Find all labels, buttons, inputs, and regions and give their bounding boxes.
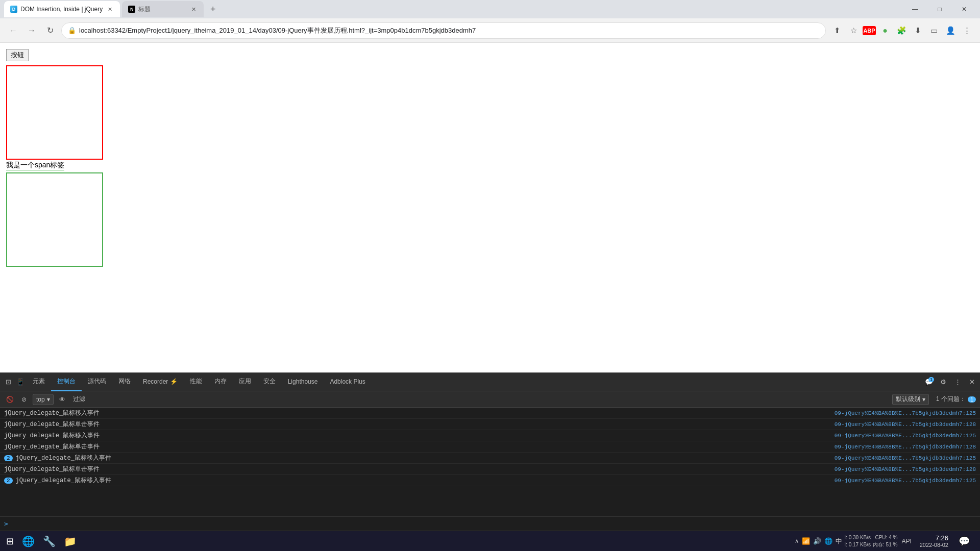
toolbar-icons: ⬆ ☆ ABP ● 🧩 ⬇ ▭ 👤 ⋮: [830, 23, 974, 38]
sidebar-icon[interactable]: ▭: [927, 23, 941, 38]
sys-icons: ∧ 📶 🔊 🌐 中: [795, 537, 842, 546]
tab-label-dom: DOM Insertion, Inside | jQuery: [20, 6, 103, 13]
start-icon: ⊞: [6, 536, 14, 547]
log-source[interactable]: 09-jQuery%E4%BA%8B%E...7b5gkjdb3dedmh7:1…: [835, 455, 976, 461]
devtools-tab-application[interactable]: 应用: [233, 373, 257, 391]
sys-stats: I: 0.30 KB/s I: 0.17 KB/s: [844, 534, 871, 548]
console-context-select[interactable]: top ▾: [33, 394, 54, 405]
log-entry: jQuery_delegate_鼠标移入事件09-jQuery%E4%BA%8B…: [0, 430, 980, 441]
taskbar: ⊞ 🌐 🔧 📁 ∧ 📶 🔊 🌐 中 I: 0.30 KB/s I: 0.17 K…: [0, 531, 980, 551]
log-text: jQuery_delegate_鼠标单击事件: [4, 442, 830, 451]
console-input-row: >: [0, 516, 980, 531]
adblock-icon[interactable]: ABP: [863, 26, 876, 35]
console-top-chevron: ▾: [47, 396, 50, 403]
address-bar: ← → ↻ 🔒 localhost:63342/EmptyProject1/jq…: [0, 18, 980, 43]
cpu-stat: CPU: 4 %: [875, 534, 897, 541]
log-entry: 2jQuery_delegate_鼠标移入事件09-jQuery%E4%BA%8…: [0, 453, 980, 464]
console-eye-icon[interactable]: 👁: [57, 394, 68, 405]
devtools-panel: ⊡ 📱 元素 控制台 源代码 网络 Recorder ⚡ 性能 内存: [0, 372, 980, 531]
tab-close-title[interactable]: ✕: [189, 5, 198, 13]
devtools-tab-performance[interactable]: 性能: [184, 373, 208, 391]
bookmark-icon[interactable]: ☆: [846, 23, 861, 38]
expand-icon[interactable]: ∧: [795, 538, 799, 544]
devtools-tab-elements[interactable]: 元素: [27, 373, 51, 391]
menu-icon[interactable]: ⋮: [960, 23, 974, 38]
forward-button[interactable]: →: [24, 23, 39, 38]
issues-count: 1: [968, 396, 976, 403]
devtools-tab-sources[interactable]: 源代码: [82, 373, 112, 391]
url-bar[interactable]: 🔒 localhost:63342/EmptyProject1/jquery_i…: [61, 22, 826, 39]
taskbar-files[interactable]: 📁: [60, 532, 81, 550]
chrome-icon: 🌐: [22, 535, 35, 547]
devtools-tab-lighthouse[interactable]: Lighthouse: [282, 373, 324, 391]
new-tab-button[interactable]: +: [206, 2, 220, 16]
log-source[interactable]: 09-jQuery%E4%BA%8B%E...7b5gkjdb3dedmh7:1…: [835, 421, 976, 428]
console-logs: jQuery_delegate_鼠标移入事件09-jQuery%E4%BA%8B…: [0, 408, 980, 516]
tab-favicon-dom: D: [10, 6, 17, 13]
devtools-tab-bar: ⊡ 📱 元素 控制台 源代码 网络 Recorder ⚡ 性能 内存: [0, 373, 980, 391]
devtools-tab-network[interactable]: 网络: [112, 373, 137, 391]
tab-title[interactable]: N 标题 ✕: [122, 1, 204, 17]
network-speed2: I: 0.17 KB/s: [844, 541, 871, 548]
console-block-icon[interactable]: ⊘: [18, 394, 30, 405]
console-clear-icon[interactable]: 🚫: [4, 394, 15, 405]
log-entry: jQuery_delegate_鼠标单击事件09-jQuery%E4%BA%8B…: [0, 464, 980, 475]
profile-icon[interactable]: 👤: [943, 23, 958, 38]
console-level-select[interactable]: 默认级别 ▾: [892, 394, 929, 405]
jetbrains-icon: 🔧: [43, 535, 56, 547]
devtools-tab-security[interactable]: 安全: [257, 373, 282, 391]
back-button[interactable]: ←: [6, 23, 20, 38]
wifi-icon: 🌐: [824, 537, 832, 545]
taskbar-time-date[interactable]: 7:26 2022-08-02: [916, 534, 952, 548]
issues-badge: 1 个问题： 1: [936, 395, 976, 404]
log-entry: jQuery_delegate_鼠标移入事件09-jQuery%E4%BA%8B…: [0, 408, 980, 419]
extension-icon-green[interactable]: ●: [878, 23, 892, 38]
tab-label-title: 标题: [138, 5, 186, 14]
network-icon: 📶: [802, 537, 810, 545]
tab-close-dom[interactable]: ✕: [106, 5, 114, 13]
log-text: jQuery_delegate_鼠标移入事件: [4, 409, 830, 417]
puzzle-icon[interactable]: 🧩: [894, 23, 909, 38]
download-icon[interactable]: ⬇: [911, 23, 925, 38]
taskbar-right: ∧ 📶 🔊 🌐 中 I: 0.30 KB/s I: 0.17 KB/s CPU:…: [795, 532, 978, 550]
taskbar-jetbrains[interactable]: 🔧: [39, 532, 60, 550]
start-button[interactable]: ⊞: [2, 532, 18, 550]
files-icon: 📁: [64, 535, 77, 547]
network-speed: I: 0.30 KB/s: [844, 534, 871, 541]
devtools-settings-icon[interactable]: ⚙: [937, 376, 949, 388]
log-source[interactable]: 09-jQuery%E4%BA%8B%E...7b5gkjdb3dedmh7:1…: [835, 466, 976, 472]
console-filter-label[interactable]: 过滤: [71, 395, 87, 404]
log-text: jQuery_delegate_鼠标移入事件: [4, 431, 830, 440]
volume-icon: 🔊: [813, 537, 821, 545]
page-button[interactable]: 按钮: [6, 49, 29, 61]
green-box: [6, 172, 103, 267]
console-input[interactable]: [11, 520, 976, 528]
devtools-tab-console[interactable]: 控制台: [51, 373, 82, 391]
devtools-device-icon[interactable]: 📱: [14, 376, 27, 388]
console-top-label: top: [36, 396, 45, 403]
close-button[interactable]: ✕: [952, 0, 976, 18]
devtools-tab-adblock[interactable]: Adblock Plus: [324, 373, 371, 391]
share-icon[interactable]: ⬆: [830, 23, 844, 38]
tab-dom-insertion[interactable]: D DOM Insertion, Inside | jQuery ✕: [4, 1, 120, 17]
log-text: jQuery_delegate_鼠标移入事件: [16, 476, 830, 485]
devtools-more-icon[interactable]: ⋮: [951, 376, 964, 388]
log-badge: 2: [4, 478, 13, 484]
devtools-tab-recorder[interactable]: Recorder ⚡: [137, 373, 184, 391]
devtools-close-icon[interactable]: ✕: [966, 376, 978, 388]
devtools-messages-icon[interactable]: 💬 1: [923, 376, 935, 388]
notification-icon[interactable]: 💬: [954, 532, 974, 550]
maximize-button[interactable]: □: [928, 0, 951, 18]
sys-cpu-ram: CPU: 4 % 内存: 51 %: [873, 534, 897, 548]
log-source[interactable]: 09-jQuery%E4%BA%8B%E...7b5gkjdb3dedmh7:1…: [835, 444, 976, 450]
devtools-select-icon[interactable]: ⊡: [2, 376, 14, 388]
taskbar-time: 7:26: [936, 534, 948, 542]
log-source[interactable]: 09-jQuery%E4%BA%8B%E...7b5gkjdb3dedmh7:1…: [835, 433, 976, 439]
minimize-button[interactable]: —: [903, 0, 927, 18]
log-source[interactable]: 09-jQuery%E4%BA%8B%E...7b5gkjdb3dedmh7:1…: [835, 410, 976, 416]
devtools-toolbar-icons: 💬 1 ⚙ ⋮ ✕: [923, 376, 978, 388]
devtools-tab-memory[interactable]: 内存: [208, 373, 233, 391]
log-source[interactable]: 09-jQuery%E4%BA%8B%E...7b5gkjdb3dedmh7:1…: [835, 478, 976, 484]
refresh-button[interactable]: ↻: [43, 23, 57, 38]
taskbar-chrome[interactable]: 🌐: [18, 532, 39, 550]
